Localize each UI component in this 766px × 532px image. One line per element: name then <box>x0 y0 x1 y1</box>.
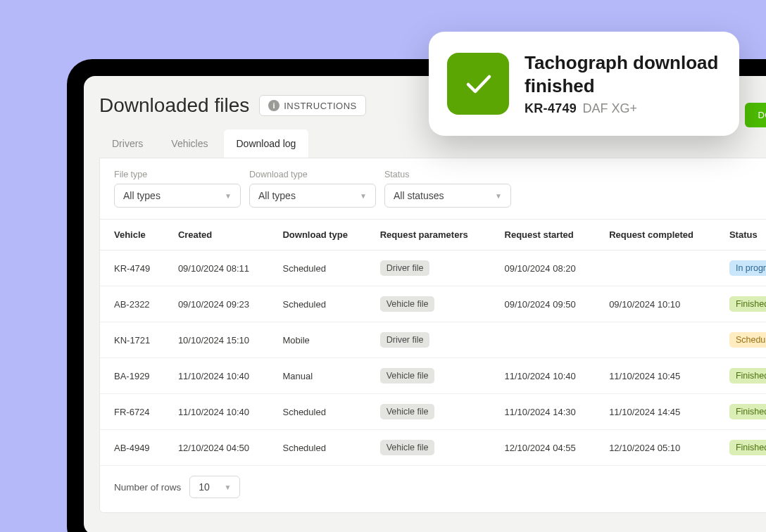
col-created[interactable]: Created <box>170 220 275 251</box>
chevron-down-icon: ▼ <box>495 192 502 200</box>
cell-request-parameters: Vehicle file <box>372 286 496 322</box>
table-row[interactable]: KR-474909/10/2024 08:11ScheduledDriver f… <box>100 251 766 286</box>
filter-status: Status All statuses ▼ <box>384 170 511 208</box>
tab-download-log[interactable]: Download log <box>224 129 309 158</box>
param-pill: Vehicle file <box>380 296 435 312</box>
cell-created: 09/10/2024 09:23 <box>170 286 275 322</box>
cell-vehicle: KN-1721 <box>100 322 170 358</box>
cell-request-started: 12/10/2024 04:55 <box>496 430 601 466</box>
select-value: All types <box>123 190 161 201</box>
cell-status: Scheduled <box>721 322 766 358</box>
cell-download-type: Scheduled <box>274 394 371 430</box>
cell-request-completed: 11/10/2024 10:45 <box>601 358 721 394</box>
cell-created: 12/10/2024 04:50 <box>170 430 275 466</box>
instructions-button[interactable]: i INSTRUCTIONS <box>259 95 366 116</box>
instructions-label: INSTRUCTIONS <box>284 101 357 111</box>
tab-drivers[interactable]: Drivers <box>99 129 156 158</box>
chevron-down-icon: ▼ <box>224 483 231 491</box>
cell-request-parameters: Driver file <box>372 322 496 358</box>
cell-download-type: Scheduled <box>274 251 371 286</box>
table-row[interactable]: KN-172110/10/2024 15:10MobileDriver file… <box>100 322 766 358</box>
cell-vehicle: AB-4949 <box>100 430 170 466</box>
download-log-panel: File type All types ▼ Download type All … <box>99 158 766 513</box>
cell-created: 10/10/2024 15:10 <box>170 322 275 358</box>
rows-label: Number of rows <box>114 482 181 493</box>
app-screen: Downloaded files i INSTRUCTIONS DOWNLOAD… <box>84 76 766 532</box>
download-button[interactable]: DOWNLOAD <box>745 103 766 127</box>
param-pill: Vehicle file <box>380 368 435 384</box>
status-badge: Finished <box>729 368 766 384</box>
cell-request-parameters: Vehicle file <box>372 430 496 466</box>
cell-download-type: Scheduled <box>274 286 371 322</box>
cell-request-parameters: Vehicle file <box>372 394 496 430</box>
chevron-down-icon: ▼ <box>360 192 367 200</box>
param-pill: Vehicle file <box>380 440 435 455</box>
cell-created: 09/10/2024 08:11 <box>170 251 275 286</box>
toast-subtitle: KR-4749 DAF XG+ <box>525 101 720 116</box>
toast-text: Tachograph download finished KR-4749 DAF… <box>525 51 720 116</box>
cell-request-parameters: Driver file <box>372 251 496 286</box>
status-select[interactable]: All statuses ▼ <box>384 184 511 208</box>
filter-download-type: Download type All types ▼ <box>249 170 376 208</box>
table-footer: Number of rows 10 ▼ <box>100 466 766 512</box>
chevron-down-icon: ▼ <box>225 192 232 200</box>
table-row[interactable]: AB-232209/10/2024 09:23ScheduledVehicle … <box>100 286 766 322</box>
cell-request-completed <box>601 251 721 286</box>
page-title: Downloaded files <box>99 94 249 117</box>
status-badge: In progress <box>729 260 766 276</box>
info-icon: i <box>268 100 280 111</box>
cell-request-completed <box>601 322 721 358</box>
cell-request-started: 09/10/2024 08:20 <box>496 251 601 286</box>
select-value: All statuses <box>394 190 444 201</box>
cell-download-type: Manual <box>274 358 371 394</box>
cell-request-started: 11/10/2024 14:30 <box>496 394 601 430</box>
filters-row: File type All types ▼ Download type All … <box>100 158 766 220</box>
cell-request-started: 11/10/2024 10:40 <box>496 358 601 394</box>
cell-download-type: Scheduled <box>274 430 371 466</box>
toast-title: Tachograph download finished <box>525 51 720 97</box>
status-badge: Finished <box>729 296 766 312</box>
download-type-select[interactable]: All types ▼ <box>249 184 376 208</box>
param-pill: Vehicle file <box>380 404 435 419</box>
cell-vehicle: AB-2322 <box>100 286 170 322</box>
col-request-started[interactable]: Request started <box>496 220 601 251</box>
col-request-completed[interactable]: Request completed <box>601 220 721 251</box>
cell-request-parameters: Vehicle file <box>372 358 496 394</box>
cell-status: In progress <box>721 251 766 286</box>
tab-vehicles[interactable]: Vehicles <box>158 129 220 158</box>
col-request-parameters[interactable]: Request parameters <box>372 220 496 251</box>
table-header-row: Vehicle Created Download type Request pa… <box>100 220 766 251</box>
status-badge: Finished <box>729 440 766 455</box>
cell-request-completed: 12/10/2024 05:10 <box>601 430 721 466</box>
cell-vehicle: KR-4749 <box>100 251 170 286</box>
download-log-table: Vehicle Created Download type Request pa… <box>100 220 766 466</box>
download-finished-toast[interactable]: Tachograph download finished KR-4749 DAF… <box>429 32 739 136</box>
table-row[interactable]: FR-672411/10/2024 10:40ScheduledVehicle … <box>100 394 766 430</box>
cell-download-type: Mobile <box>274 322 371 358</box>
cell-request-started <box>496 322 601 358</box>
cell-status: Finished <box>721 394 766 430</box>
status-badge: Finished <box>729 404 766 419</box>
table-row[interactable]: AB-494912/10/2024 04:50ScheduledVehicle … <box>100 430 766 466</box>
cell-status: Finished <box>721 430 766 466</box>
file-type-select[interactable]: All types ▼ <box>114 184 241 208</box>
toast-vehicle-model: DAF XG+ <box>583 101 638 115</box>
filter-label: Download type <box>249 170 376 179</box>
success-check-icon <box>447 53 509 115</box>
col-vehicle[interactable]: Vehicle <box>100 220 170 251</box>
filter-file-type: File type All types ▼ <box>114 170 241 208</box>
param-pill: Driver file <box>380 332 430 348</box>
col-download-type[interactable]: Download type <box>274 220 371 251</box>
status-badge: Scheduled <box>729 332 766 348</box>
col-status[interactable]: Status <box>721 220 766 251</box>
filter-label: Status <box>384 170 511 179</box>
cell-vehicle: FR-6724 <box>100 394 170 430</box>
select-value: 10 <box>199 481 210 493</box>
table-row[interactable]: BA-192911/10/2024 10:40ManualVehicle fil… <box>100 358 766 394</box>
select-value: All types <box>258 190 296 201</box>
cell-request-completed: 11/10/2024 14:45 <box>601 394 721 430</box>
filter-label: File type <box>114 170 241 179</box>
toast-vehicle-plate: KR-4749 <box>525 101 577 115</box>
param-pill: Driver file <box>380 260 430 276</box>
rows-per-page-select[interactable]: 10 ▼ <box>189 476 240 498</box>
